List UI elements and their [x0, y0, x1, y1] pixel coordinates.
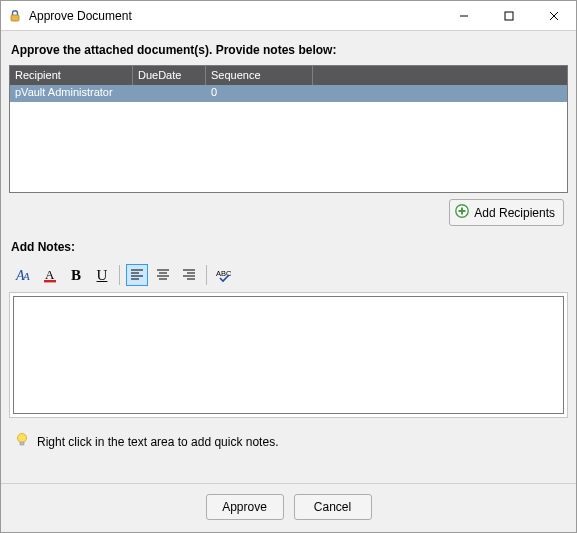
add-recipients-bar: Add Recipients: [9, 193, 568, 236]
svg-text:A: A: [45, 267, 55, 282]
svg-text:ABC: ABC: [216, 269, 232, 278]
cell-recipient: pVault Administrator: [10, 85, 133, 102]
col-recipient[interactable]: Recipient: [10, 66, 133, 85]
approve-document-dialog: Approve Document Approve the attached do…: [0, 0, 577, 533]
font-color-button[interactable]: A: [39, 264, 61, 286]
recipients-grid[interactable]: Recipient DueDate Sequence pVault Admini…: [9, 65, 568, 193]
svg-rect-11: [44, 280, 56, 282]
window-title: Approve Document: [29, 9, 441, 23]
hint-row: Right click in the text area to add quic…: [9, 418, 568, 459]
approve-button[interactable]: Approve: [206, 494, 284, 520]
titlebar: Approve Document: [1, 1, 576, 31]
hint-text: Right click in the text area to add quic…: [37, 435, 278, 449]
svg-text:A: A: [22, 270, 30, 282]
window-controls: [441, 1, 576, 30]
col-filler: [313, 66, 567, 85]
cell-filler: [313, 85, 567, 102]
minimize-button[interactable]: [441, 1, 486, 30]
spellcheck-button[interactable]: ABC: [213, 264, 235, 286]
rich-text-toolbar: A A A B U: [9, 264, 568, 292]
bold-button[interactable]: B: [65, 264, 87, 286]
maximize-button[interactable]: [486, 1, 531, 30]
font-family-button[interactable]: A A: [13, 264, 35, 286]
add-recipients-label: Add Recipients: [474, 206, 555, 220]
close-button[interactable]: [531, 1, 576, 30]
align-left-button[interactable]: [126, 264, 148, 286]
add-recipients-button[interactable]: Add Recipients: [449, 199, 564, 226]
align-center-button[interactable]: [152, 264, 174, 286]
lock-icon: [7, 8, 23, 24]
notes-container: [9, 292, 568, 418]
separator: [119, 265, 120, 285]
add-icon: [454, 203, 470, 222]
svg-rect-0: [11, 15, 19, 21]
svg-rect-2: [505, 12, 513, 20]
align-right-button[interactable]: [178, 264, 200, 286]
notes-textarea[interactable]: [13, 296, 564, 414]
svg-point-25: [18, 434, 27, 443]
dialog-body: Approve the attached document(s). Provid…: [1, 31, 576, 483]
lightbulb-icon: [15, 432, 29, 451]
col-duedate[interactable]: DueDate: [133, 66, 206, 85]
col-sequence[interactable]: Sequence: [206, 66, 313, 85]
cell-duedate: [133, 85, 206, 102]
grid-header-row: Recipient DueDate Sequence: [10, 66, 567, 85]
cancel-button[interactable]: Cancel: [294, 494, 372, 520]
underline-button[interactable]: U: [91, 264, 113, 286]
instruction-text: Approve the attached document(s). Provid…: [11, 43, 566, 57]
notes-label: Add Notes:: [11, 240, 566, 254]
grid-row[interactable]: pVault Administrator 0: [10, 85, 567, 102]
svg-rect-26: [20, 442, 24, 445]
dialog-buttons: Approve Cancel: [1, 483, 576, 532]
separator: [206, 265, 207, 285]
cell-sequence: 0: [206, 85, 313, 102]
